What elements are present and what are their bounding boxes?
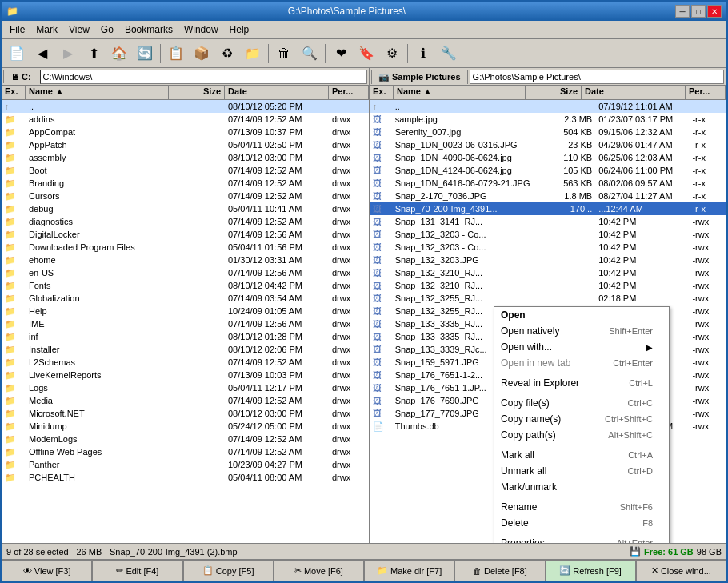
list-item[interactable]: 📁 Installer 08/10/12 02:06 PM drwx: [2, 343, 369, 356]
list-item[interactable]: 📁 Offline Web Pages 07/14/09 12:52 AM dr…: [2, 445, 369, 458]
toolbar-reload-btn[interactable]: 🔄: [133, 42, 157, 65]
toolbar-refresh-btn[interactable]: ♻: [215, 42, 239, 65]
right-tab[interactable]: 📷 Sample Pictures: [371, 70, 468, 84]
list-item[interactable]: 📁 Minidump 05/24/12 05:00 PM drwx: [2, 420, 369, 433]
list-item[interactable]: 📁 AppPatch 05/04/11 02:50 PM drwx: [2, 138, 369, 151]
toolbar-copy-btn[interactable]: 📋: [164, 42, 188, 65]
context-menu-item[interactable]: Open: [494, 307, 669, 323]
toolbar-mkdir-btn[interactable]: 📁: [241, 42, 265, 65]
context-menu-item[interactable]: Copy path(s) Alt+Shift+C: [494, 427, 669, 443]
menu-mark[interactable]: Mark: [31, 22, 62, 37]
context-menu-item[interactable]: Mark/unmark: [494, 479, 669, 495]
list-item[interactable]: 📁 Downloaded Program Files 05/04/11 01:5…: [2, 241, 369, 254]
list-item[interactable]: 🖼 Snap_1DN_4090-06-0624.jpg 110 KB 06/25…: [370, 151, 726, 164]
list-item[interactable]: ↑ .. 07/19/12 11:01 AM: [370, 100, 726, 113]
toolbar-settings-btn[interactable]: 🔧: [437, 42, 461, 65]
right-col-size[interactable]: Size: [526, 86, 582, 99]
context-menu-item[interactable]: Mark all Ctrl+A: [494, 447, 669, 463]
menu-window[interactable]: Window: [179, 22, 223, 37]
maximize-button[interactable]: □: [691, 5, 706, 18]
right-path[interactable]: G:\Photos\Sample Pictures\: [470, 70, 724, 84]
left-col-ex[interactable]: Ex.: [2, 86, 26, 99]
context-menu-item[interactable]: Rename Shift+F6: [494, 499, 669, 515]
list-item[interactable]: ↑ .. 08/10/12 05:20 PM: [2, 100, 369, 113]
list-item[interactable]: 🖼 Snap_1DN_4124-06-0624.jpg 105 KB 06/24…: [370, 164, 726, 177]
menu-file[interactable]: File: [5, 22, 30, 37]
list-item[interactable]: 📁 diagnostics 07/14/09 12:52 AM drwx: [2, 215, 369, 228]
list-item[interactable]: 📁 debug 05/04/11 10:41 AM drwx: [2, 202, 369, 215]
minimize-button[interactable]: ─: [675, 5, 690, 18]
menu-help[interactable]: Help: [225, 22, 254, 37]
list-item[interactable]: 📁 Media 07/14/09 12:52 AM drwx: [2, 394, 369, 407]
toolbar-home-btn[interactable]: 🏠: [107, 42, 131, 65]
context-menu-item[interactable]: Properties Alt+Enter: [494, 535, 669, 543]
list-item[interactable]: 🖼 Snap_70-200-Img_4391... 170... ...12:4…: [370, 202, 726, 215]
bottom-button[interactable]: 📋Copy [F5]: [183, 560, 274, 581]
toolbar-info-btn[interactable]: ℹ: [411, 42, 435, 65]
list-item[interactable]: 📁 Microsoft.NET 08/10/12 03:00 PM drwx: [2, 407, 369, 420]
toolbar-search-btn[interactable]: 🔍: [298, 42, 322, 65]
list-item[interactable]: 🖼 Snap_132_3255_RJ... 02:18 PM -rwx: [370, 292, 726, 305]
right-col-name[interactable]: Name ▲: [394, 86, 526, 99]
context-menu-item[interactable]: Unmark all Ctrl+D: [494, 463, 669, 479]
menu-bookmarks[interactable]: Bookmarks: [120, 22, 178, 37]
list-item[interactable]: 📁 Boot 07/14/09 12:52 AM drwx: [2, 164, 369, 177]
list-item[interactable]: 📁 PCHEALTH 05/04/11 08:00 AM drwx: [2, 471, 369, 484]
list-item[interactable]: 📁 Branding 07/14/09 12:52 AM drwx: [2, 177, 369, 190]
bottom-button[interactable]: 🔄Refresh [F9]: [546, 560, 636, 581]
bottom-button[interactable]: 📁Make dir [F7]: [364, 560, 454, 581]
list-item[interactable]: 🖼 Snap_2-170_7036.JPG 1.8 MB 08/27/04 11…: [370, 190, 726, 202]
list-item[interactable]: 📁 ehome 01/30/12 03:31 AM drwx: [2, 254, 369, 266]
right-col-date[interactable]: Date: [582, 86, 686, 99]
right-col-ex[interactable]: Ex.: [370, 86, 394, 99]
list-item[interactable]: 📁 ModemLogs 07/14/09 12:52 AM drwx: [2, 433, 369, 445]
left-col-date[interactable]: Date: [225, 86, 329, 99]
list-item[interactable]: 📁 Help 10/24/09 01:05 AM drwx: [2, 305, 369, 317]
context-menu-item[interactable]: Open natively Shift+Enter: [494, 323, 669, 339]
list-item[interactable]: 🖼 Snap_1DN_0023-06-0316.JPG 23 KB 04/29/…: [370, 138, 726, 151]
left-tab[interactable]: 🖥 C:: [3, 70, 38, 83]
toolbar-back-btn[interactable]: ◀: [30, 42, 54, 65]
close-button[interactable]: ✕: [707, 5, 722, 18]
right-col-per[interactable]: Per...: [686, 86, 726, 99]
menu-go[interactable]: Go: [96, 22, 118, 37]
list-item[interactable]: 📁 inf 08/10/12 01:28 PM drwx: [2, 330, 369, 343]
list-item[interactable]: 🖼 Snap_132_3203 - Co... 10:42 PM -rwx: [370, 241, 726, 254]
list-item[interactable]: 📁 assembly 08/10/12 03:00 PM drwx: [2, 151, 369, 164]
list-item[interactable]: 🖼 Serenity_007.jpg 504 KB 09/15/06 12:32…: [370, 126, 726, 138]
list-item[interactable]: 📁 Panther 10/23/09 04:27 PM drwx: [2, 458, 369, 471]
list-item[interactable]: 🖼 Snap_131_3141_RJ... 10:42 PM -rwx: [370, 215, 726, 228]
toolbar-fav2-btn[interactable]: 🔖: [354, 42, 378, 65]
toolbar-fav-btn[interactable]: ❤: [329, 42, 353, 65]
context-menu-item[interactable]: Open with... ▶: [494, 339, 669, 355]
list-item[interactable]: 🖼 Snap_132_3210_RJ... 10:42 PM -rwx: [370, 279, 726, 292]
list-item[interactable]: 📁 L2Schemas 07/14/09 12:52 AM drwx: [2, 356, 369, 369]
bottom-button[interactable]: ✂Move [F6]: [274, 560, 364, 581]
list-item[interactable]: 🖼 Snap_132_3210_RJ... 10:42 PM -rwx: [370, 266, 726, 279]
bottom-button[interactable]: ✕Close wind...: [636, 560, 726, 581]
list-item[interactable]: 🖼 sample.jpg 2.3 MB 01/23/07 03:17 PM -r…: [370, 113, 726, 126]
bottom-button[interactable]: ✏Edit [F4]: [92, 560, 182, 581]
left-col-per[interactable]: Per...: [329, 86, 369, 99]
list-item[interactable]: 📁 AppCompat 07/13/09 10:37 PM drwx: [2, 126, 369, 138]
list-item[interactable]: 🖼 Snap_132_3203.JPG 10:42 PM -rwx: [370, 254, 726, 266]
toolbar-delete-btn[interactable]: 🗑: [272, 42, 296, 65]
bottom-button[interactable]: 🗑Delete [F8]: [454, 560, 545, 581]
context-menu-item[interactable]: Delete F8: [494, 515, 669, 531]
toolbar-forward-btn[interactable]: ▶: [56, 42, 80, 65]
list-item[interactable]: 🖼 Snap_132_3203 - Co... 10:42 PM -rwx: [370, 228, 726, 241]
list-item[interactable]: 🖼 Snap_1DN_6416-06-0729-21.JPG 563 KB 08…: [370, 177, 726, 190]
toolbar-up-btn[interactable]: ⬆: [82, 42, 106, 65]
menu-view[interactable]: View: [64, 22, 94, 37]
context-menu-item[interactable]: Reveal in Explorer Ctrl+L: [494, 375, 669, 391]
left-col-name[interactable]: Name ▲: [26, 86, 169, 99]
list-item[interactable]: 📁 Fonts 08/10/12 04:42 PM drwx: [2, 279, 369, 292]
list-item[interactable]: 📁 Logs 05/04/11 12:17 PM drwx: [2, 381, 369, 394]
context-menu-item[interactable]: Copy name(s) Ctrl+Shift+C: [494, 411, 669, 427]
toolbar-config-btn[interactable]: ⚙: [380, 42, 404, 65]
list-item[interactable]: 📁 Globalization 07/14/09 03:54 AM drwx: [2, 292, 369, 305]
bottom-button[interactable]: 👁View [F3]: [2, 560, 92, 581]
left-path[interactable]: C:\Windows\: [40, 70, 367, 84]
list-item[interactable]: 📁 IME 07/14/09 12:56 AM drwx: [2, 317, 369, 330]
list-item[interactable]: 📁 addins 07/14/09 12:52 AM drwx: [2, 113, 369, 126]
